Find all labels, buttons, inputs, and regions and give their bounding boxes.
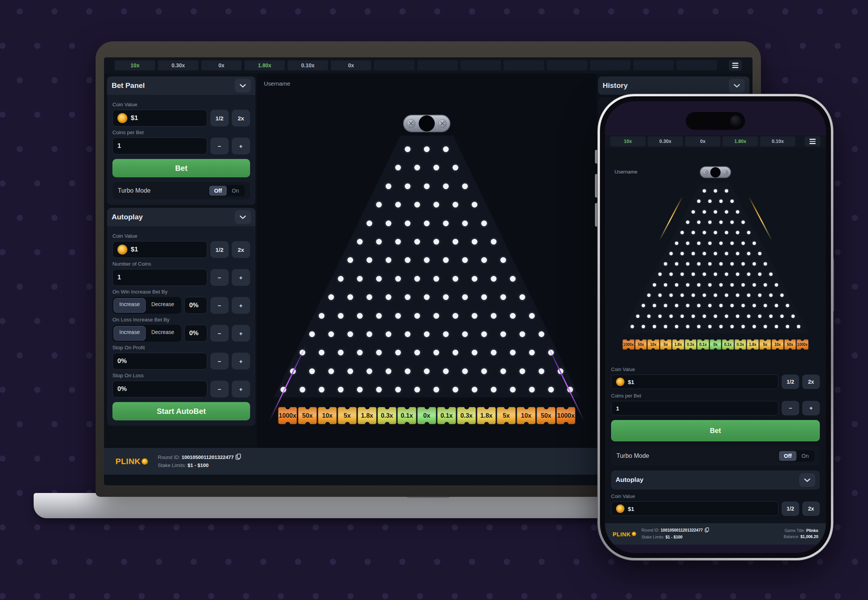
- double-bet-button[interactable]: 2x: [232, 110, 250, 126]
- decrease-coins-button[interactable]: −: [210, 138, 229, 154]
- chevron-down-icon: [240, 216, 246, 219]
- peg: [697, 262, 701, 266]
- peg: [472, 202, 478, 208]
- increase-button[interactable]: +: [232, 381, 250, 397]
- peg: [434, 165, 439, 170]
- on-win-label: On Win Increase Bet By: [112, 289, 250, 295]
- multiplier-slot: 0.1x: [398, 407, 416, 424]
- menu-button[interactable]: [805, 136, 821, 146]
- peg: [758, 272, 762, 276]
- peg: [664, 304, 667, 307]
- on-loss-increase-option[interactable]: Increase: [114, 326, 146, 341]
- increase-button[interactable]: +: [232, 297, 250, 314]
- autoplay-header[interactable]: Autoplay: [611, 470, 820, 490]
- history-chip-empty: [417, 60, 458, 70]
- peg: [309, 331, 315, 337]
- decrease-button[interactable]: −: [210, 381, 229, 397]
- coin-value-input[interactable]: $1: [112, 110, 207, 126]
- collapse-button[interactable]: [799, 473, 815, 487]
- peg: [414, 350, 420, 355]
- turbo-on-option[interactable]: On: [796, 451, 814, 461]
- stop-on-profit-input[interactable]: 0%: [112, 353, 207, 370]
- bet-panel-header[interactable]: Bet Panel: [107, 76, 255, 95]
- history-chip: 0.10x: [288, 60, 328, 70]
- decrease-button[interactable]: −: [210, 325, 229, 342]
- autoplay-coin-value-input[interactable]: $1: [611, 501, 779, 516]
- half-bet-button[interactable]: 1/2: [782, 375, 799, 389]
- half-bet-button[interactable]: 1/2: [210, 241, 229, 258]
- turbo-on-option[interactable]: On: [227, 186, 244, 196]
- collapse-button[interactable]: [235, 79, 251, 92]
- multiplier-slot: 5x: [497, 407, 516, 424]
- peg: [434, 239, 439, 245]
- on-loss-label: On Loss Increase Bet By: [112, 317, 250, 323]
- collapse-button[interactable]: [729, 79, 745, 92]
- peg: [376, 239, 382, 245]
- on-win-decrease-option[interactable]: Decrease: [146, 298, 180, 313]
- coins-per-bet-input[interactable]: 1: [611, 401, 779, 415]
- peg: [708, 325, 712, 328]
- peg: [539, 368, 545, 374]
- turbo-off-option[interactable]: Off: [209, 186, 227, 196]
- bet-button[interactable]: Bet: [611, 420, 820, 441]
- peg: [708, 304, 712, 307]
- menu-button[interactable]: [729, 60, 742, 71]
- decrease-button[interactable]: −: [210, 297, 229, 314]
- on-win-increase-option[interactable]: Increase: [114, 298, 146, 313]
- peg: [453, 313, 458, 319]
- number-of-coins-input[interactable]: 1: [112, 269, 207, 286]
- double-bet-button[interactable]: 2x: [802, 375, 820, 389]
- half-bet-button[interactable]: 1/2: [782, 501, 799, 516]
- increase-coins-button[interactable]: +: [802, 401, 820, 415]
- peg: [481, 294, 487, 300]
- peg-row: [692, 210, 740, 214]
- peg: [725, 315, 728, 318]
- chevron-down-icon: [804, 478, 810, 482]
- increase-coins-button[interactable]: +: [232, 138, 250, 154]
- decrease-coins-button[interactable]: −: [782, 401, 799, 415]
- peg-row: [658, 272, 773, 276]
- collapse-button[interactable]: [235, 210, 251, 224]
- increase-button[interactable]: +: [232, 269, 250, 286]
- autoplay-header[interactable]: Autoplay: [107, 208, 255, 226]
- peg: [319, 313, 325, 319]
- history-header[interactable]: History: [598, 76, 749, 95]
- on-win-percent-input[interactable]: 0%: [184, 297, 207, 314]
- peg: [730, 283, 734, 287]
- coin-value: $1: [131, 114, 138, 122]
- peg: [348, 331, 353, 337]
- decrease-button[interactable]: −: [210, 353, 229, 370]
- bet-button[interactable]: Bet: [112, 159, 250, 177]
- peg: [386, 257, 392, 263]
- peg: [376, 350, 382, 355]
- peg: [472, 350, 478, 355]
- on-loss-percent-input[interactable]: 0%: [184, 325, 207, 342]
- copy-icon[interactable]: [236, 454, 241, 462]
- peg: [462, 294, 468, 300]
- autoplay-coin-value-input[interactable]: $1: [112, 241, 207, 258]
- double-bet-button[interactable]: 2x: [802, 501, 820, 516]
- peg: [741, 283, 745, 287]
- multiplier-slot: 50x: [635, 339, 647, 350]
- peg: [631, 325, 634, 328]
- increase-button[interactable]: +: [232, 325, 250, 342]
- increase-button[interactable]: +: [232, 353, 250, 370]
- stop-on-loss-input[interactable]: 0%: [112, 381, 207, 397]
- double-bet-button[interactable]: 2x: [232, 241, 250, 258]
- multiplier-slot: 0.3x: [378, 407, 397, 424]
- stop-on-profit-value: 0%: [117, 357, 127, 365]
- coins-per-bet-input[interactable]: 1: [112, 138, 207, 154]
- peg: [775, 325, 778, 328]
- screw-icon: [723, 170, 728, 175]
- turbo-off-option[interactable]: Off: [779, 451, 796, 461]
- copy-icon[interactable]: [705, 527, 709, 534]
- start-autobet-button[interactable]: Start AutoBet: [112, 402, 250, 420]
- on-loss-decrease-option[interactable]: Decrease: [146, 326, 180, 341]
- half-bet-button[interactable]: 1/2: [210, 110, 229, 126]
- coin-value-input[interactable]: $1: [611, 375, 779, 389]
- decrease-button[interactable]: −: [210, 269, 229, 286]
- peg: [510, 276, 516, 282]
- peg: [692, 210, 695, 214]
- peg: [510, 387, 516, 392]
- peg: [434, 313, 439, 319]
